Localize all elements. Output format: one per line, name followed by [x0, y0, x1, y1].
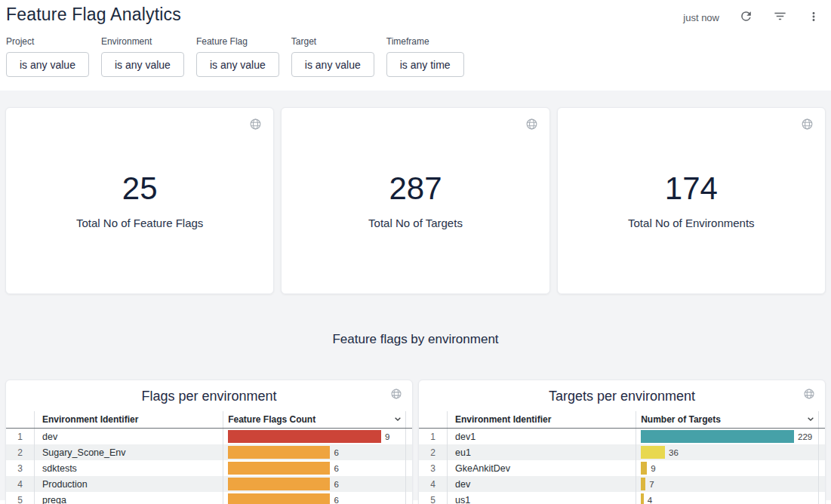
row-index: 2 — [419, 444, 447, 460]
row-identifier[interactable]: dev — [34, 429, 223, 444]
row-identifier[interactable]: prega — [34, 492, 223, 504]
topbar-controls: just now — [683, 5, 820, 26]
chevron-down-icon[interactable] — [805, 413, 817, 427]
chevron-down-icon[interactable] — [392, 413, 404, 427]
globe-icon[interactable] — [801, 118, 814, 134]
column-header-number-of-targets[interactable]: Number of Targets — [636, 411, 818, 428]
filter-label: Feature Flag — [196, 36, 279, 47]
bar-value: 9 — [385, 432, 389, 441]
column-header-environment-identifier[interactable]: Environment Identifier — [447, 411, 636, 428]
bar-cell[interactable]: 6 — [223, 476, 405, 492]
bar-cell[interactable]: 6 — [223, 444, 405, 460]
panel-flags-per-environment: Flags per environment Environment Identi… — [5, 380, 413, 504]
table-row[interactable]: 3 sdktests 6 — [6, 460, 412, 476]
globe-icon[interactable] — [525, 118, 538, 134]
row-identifier[interactable]: eu1 — [447, 444, 636, 460]
bar-cell[interactable]: 9 — [223, 429, 405, 444]
table-header-row: Environment Identifier Feature Flags Cou… — [6, 411, 412, 429]
table-end-strip — [818, 429, 825, 444]
bar-cell[interactable]: 4 — [636, 492, 818, 504]
filter-label: Environment — [101, 36, 184, 47]
table-row[interactable]: 1 dev 9 — [6, 429, 412, 444]
row-index: 1 — [6, 429, 34, 444]
row-number-header — [419, 411, 447, 428]
table-row[interactable]: 3 GkeAnkitDev 9 — [419, 460, 825, 476]
bar[interactable] — [641, 446, 665, 459]
table-end-strip — [405, 460, 412, 476]
kpi-label: Total No of Targets — [368, 217, 463, 229]
column-header-feature-flags-count[interactable]: Feature Flags Count — [223, 411, 405, 428]
row-index: 5 — [419, 492, 447, 504]
row-index: 4 — [419, 476, 447, 492]
column-header-label: Number of Targets — [641, 414, 721, 425]
bar[interactable] — [641, 462, 647, 475]
bar[interactable] — [641, 430, 794, 443]
page-title: Feature Flag Analytics — [6, 5, 181, 25]
bar-cell[interactable]: 229 — [636, 429, 818, 444]
globe-icon[interactable] — [390, 388, 402, 403]
table-row[interactable]: 2 Sugary_Scone_Env 6 — [6, 444, 412, 460]
table-row[interactable]: 4 Production 6 — [6, 476, 412, 492]
row-identifier[interactable]: dev1 — [447, 429, 636, 444]
row-identifier[interactable]: Production — [34, 476, 223, 492]
section-title: Feature flags by environment — [0, 332, 831, 347]
table-row[interactable]: 4 dev 7 — [419, 476, 825, 492]
bar[interactable] — [228, 478, 330, 490]
row-identifier[interactable]: dev — [447, 476, 636, 492]
more-actions-button[interactable] — [807, 10, 820, 26]
filter-value-button-target[interactable]: is any value — [291, 52, 374, 77]
filter-value-button-timeframe[interactable]: is any time — [386, 52, 464, 77]
row-index: 2 — [6, 444, 34, 460]
table-end-strip — [818, 411, 825, 428]
table-end-strip — [818, 460, 825, 476]
table-body: 1 dev1 229 2 eu1 36 3 GkeAnkitDev 9 4 de… — [419, 429, 825, 504]
panel-titlebar: Targets per environment — [419, 380, 825, 411]
row-identifier[interactable]: us1 — [447, 492, 636, 504]
table-row[interactable]: 5 prega 6 — [6, 492, 412, 504]
bar-value: 6 — [334, 496, 338, 504]
table-end-strip — [405, 492, 412, 504]
bar[interactable] — [228, 462, 330, 475]
globe-icon[interactable] — [803, 388, 815, 403]
refresh-button[interactable] — [739, 9, 753, 26]
filter-label: Timeframe — [386, 36, 464, 47]
kpi-card-environments: 174 Total No of Environments — [557, 107, 826, 294]
filter-toggle-button[interactable] — [773, 9, 787, 26]
kpi-label: Total No of Environments — [628, 217, 755, 229]
bar-cell[interactable]: 6 — [223, 460, 405, 476]
bar-cell[interactable]: 6 — [223, 492, 405, 504]
table-end-strip — [405, 444, 412, 460]
globe-icon[interactable] — [249, 118, 262, 134]
row-identifier[interactable]: Sugary_Scone_Env — [34, 444, 223, 460]
table-row[interactable]: 5 us1 4 — [419, 492, 825, 504]
kpi-value: 174 — [665, 173, 718, 204]
table-end-strip — [818, 492, 825, 504]
filter-value-button-feature-flag[interactable]: is any value — [196, 52, 279, 77]
row-identifier[interactable]: sdktests — [34, 460, 223, 476]
bar-cell[interactable]: 7 — [636, 476, 818, 492]
bar[interactable] — [228, 446, 330, 459]
bar[interactable] — [641, 493, 644, 504]
panel-title: Targets per environment — [549, 389, 695, 404]
kpi-value: 287 — [389, 173, 442, 204]
bar-value: 4 — [648, 496, 652, 504]
bar[interactable] — [228, 493, 330, 504]
row-identifier[interactable]: GkeAnkitDev — [447, 460, 636, 476]
filter-value-button-project[interactable]: is any value — [6, 52, 89, 77]
table-end-strip — [818, 476, 825, 492]
column-header-environment-identifier[interactable]: Environment Identifier — [34, 411, 223, 428]
row-index: 3 — [419, 460, 447, 476]
refresh-icon — [739, 9, 753, 26]
bar-cell[interactable]: 9 — [636, 460, 818, 476]
column-header-label: Feature Flags Count — [228, 414, 315, 425]
panel-targets-per-environment: Targets per environment Environment Iden… — [418, 380, 826, 504]
bar-cell[interactable]: 36 — [636, 444, 818, 460]
table-row[interactable]: 2 eu1 36 — [419, 444, 825, 460]
table-header-row: Environment Identifier Number of Targets — [419, 411, 825, 429]
table-end-strip — [405, 411, 412, 428]
filter-value-button-environment[interactable]: is any value — [101, 52, 184, 77]
bar[interactable] — [228, 430, 381, 443]
top-bar: Feature Flag Analytics just now — [0, 0, 831, 26]
bar[interactable] — [641, 478, 645, 490]
table-row[interactable]: 1 dev1 229 — [419, 429, 825, 444]
